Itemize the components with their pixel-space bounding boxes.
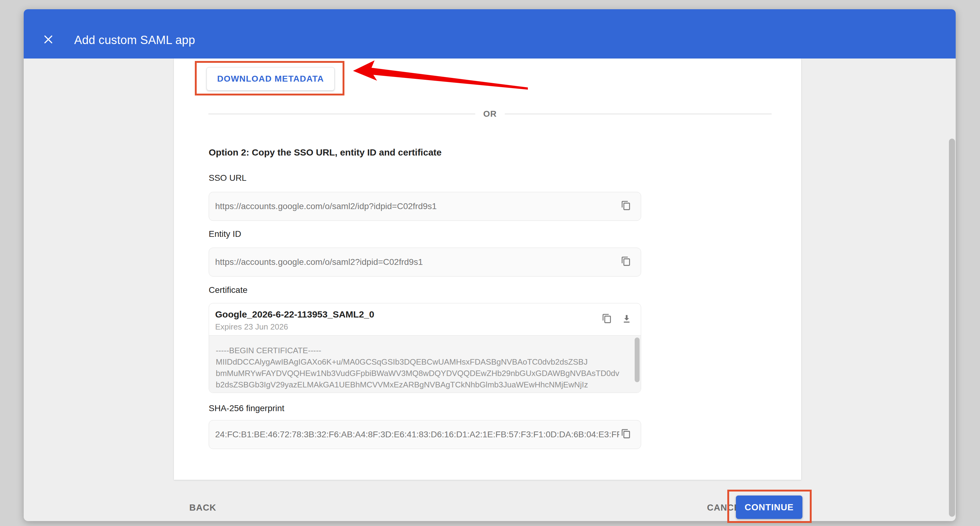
entity-id-value: https://accounts.google.com/o/saml2?idpi… [215,257,619,267]
or-divider: OR [208,108,772,120]
copy-icon [602,314,612,325]
content-card: DOWNLOAD METADATA OR Option 2: Copy the … [174,59,801,480]
certificate-name: Google_2026-6-22-113953_SAML2_0 [215,309,594,320]
page-background: Add custom SAML app DOWNLOAD METADATA OR… [0,0,980,526]
sha256-copy-button[interactable] [619,428,633,441]
add-custom-saml-app-dialog: Add custom SAML app DOWNLOAD METADATA OR… [24,9,956,521]
certificate-line: -----BEGIN CERTIFICATE----- [216,345,628,356]
download-metadata-button[interactable]: DOWNLOAD METADATA [207,67,334,91]
copy-icon [621,429,631,440]
continue-button[interactable]: CONTINUE [736,496,802,519]
entity-id-field: https://accounts.google.com/o/saml2?idpi… [209,248,641,277]
entity-id-label: Entity ID [209,229,241,239]
certificate-card: Google_2026-6-22-113953_SAML2_0 Expires … [209,303,641,393]
certificate-line: MIIDdDCCAlygAwIBAgIGAXo6K+u/MA0GCSqGSIb3… [216,356,628,368]
certificate-body[interactable]: -----BEGIN CERTIFICATE----- MIIDdDCCAlyg… [209,336,641,393]
close-button[interactable] [41,33,55,47]
sso-url-value: https://accounts.google.com/o/saml2/idp?… [215,201,619,211]
certificate-line: bmMuMRYwFAYDVQQHEw1Nb3VudGFpbiBWaWV3MQ8w… [216,368,628,379]
divider-line-right [505,114,772,114]
sha256-fingerprint-field: 24:FC:B1:BE:46:72:78:3B:32:F6:AB:A4:8F:3… [209,420,641,449]
copy-icon [621,256,631,268]
certificate-label: Certificate [209,285,247,295]
close-icon [43,33,54,46]
certificate-header: Google_2026-6-22-113953_SAML2_0 Expires … [209,303,641,336]
certificate-copy-button[interactable] [600,312,614,326]
certificate-download-button[interactable] [620,312,633,326]
entity-id-copy-button[interactable] [619,255,633,269]
dialog-title: Add custom SAML app [74,33,195,47]
dialog-header: Add custom SAML app [24,9,956,59]
dialog-scrollbar[interactable] [949,139,955,517]
dialog-header-inner: Add custom SAML app [24,33,195,59]
sha256-fingerprint-value: 24:FC:B1:BE:46:72:78:3B:32:F6:AB:A4:8F:3… [215,430,619,440]
certificate-titles: Google_2026-6-22-113953_SAML2_0 Expires … [215,308,594,332]
divider-line-left [208,114,475,114]
annotation-arrow-icon [346,59,537,96]
download-icon [621,314,632,325]
or-label: OR [475,109,505,119]
option2-heading: Option 2: Copy the SSO URL, entity ID an… [209,147,442,158]
sha256-fingerprint-label: SHA-256 fingerprint [209,403,285,413]
sso-url-field: https://accounts.google.com/o/saml2/idp?… [209,192,641,221]
back-button[interactable]: BACK [185,495,221,520]
certificate-expiry: Expires 23 Jun 2026 [215,322,594,332]
sso-url-copy-button[interactable] [619,199,633,213]
certificate-scrollbar[interactable] [635,338,640,382]
copy-icon [621,201,631,212]
certificate-line: b2dsZSBGb3IgV29yazELMAkGA1UEBhMCVVMxEzAR… [216,379,628,391]
sso-url-label: SSO URL [209,173,247,183]
